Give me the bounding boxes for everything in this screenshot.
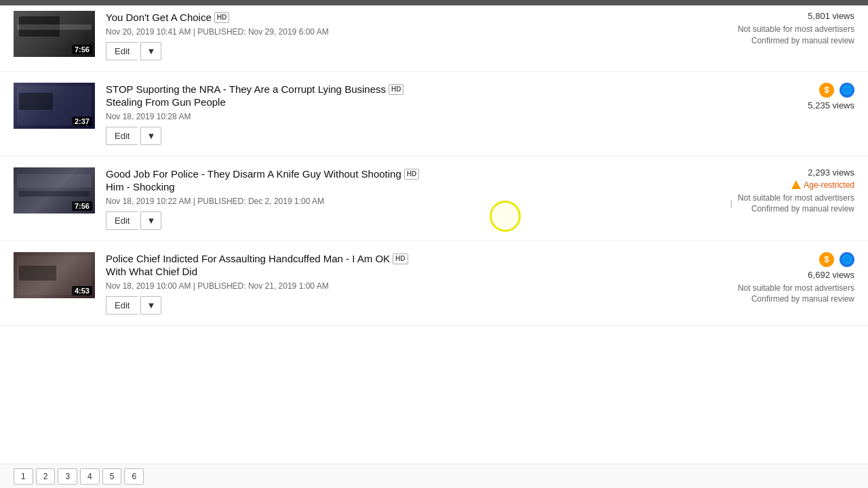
- video-actions: Edit ▼: [106, 127, 705, 145]
- top-bar: [0, 0, 868, 5]
- upload-date: Nov 18, 2019 10:22 AM: [106, 197, 191, 206]
- pagination-bar: 1 2 3 4 5 6: [0, 464, 868, 488]
- dropdown-button[interactable]: ▼: [140, 211, 161, 230]
- dropdown-button[interactable]: ▼: [140, 127, 161, 145]
- status-line2: Confirmed by manual review: [738, 203, 854, 215]
- upload-date: Nov 20, 2019 10:41 AM: [106, 27, 191, 37]
- page-button-4[interactable]: 4: [80, 468, 100, 485]
- duration-badge: 4:53: [72, 286, 92, 296]
- video-meta: Nov 20, 2019 10:41 AM | PUBLISHED: Nov 2…: [106, 27, 705, 37]
- video-info: STOP Suporting the NRA - They Are a Corr…: [106, 83, 705, 145]
- hd-badge: HD: [214, 12, 229, 23]
- upload-date: Nov 18, 2019 10:00 AM: [106, 281, 191, 291]
- status-line1: Not suitable for most advertisers: [719, 24, 854, 35]
- video-info: Police Chief Indicted For Assaulting Han…: [106, 252, 705, 314]
- upload-date: Nov 18, 2019 10:28 AM: [106, 112, 191, 121]
- edit-button[interactable]: Edit: [106, 42, 138, 60]
- status-line2: Confirmed by manual review: [719, 293, 854, 305]
- thumbnail: 4:53: [14, 252, 95, 298]
- dropdown-button[interactable]: ▼: [140, 296, 161, 314]
- video-actions: Edit ▼: [106, 211, 705, 230]
- age-restricted-badge: Age-restricted: [719, 180, 854, 190]
- page-button-5[interactable]: 5: [102, 468, 122, 485]
- video-actions: Edit ▼: [106, 296, 705, 314]
- video-stats: $ 🌐 6,692 views Not suitable for most ad…: [705, 252, 854, 306]
- dollar-icon: $: [819, 252, 834, 267]
- edit-button[interactable]: Edit: [106, 127, 138, 145]
- page-button-6[interactable]: 6: [124, 468, 144, 485]
- video-stats: 2,293 views Age-restricted | Not suitabl…: [705, 167, 854, 217]
- views-count: 2,293 views: [719, 167, 854, 178]
- video-title: Good Job For Police - They Disarm A Knif…: [106, 167, 401, 194]
- video-meta: Nov 18, 2019 10:00 AM | PUBLISHED: Nov 2…: [106, 281, 705, 291]
- globe-icon: 🌐: [840, 252, 854, 267]
- globe-icon: 🌐: [840, 83, 854, 98]
- table-row: 7:56 Good Job For Police - They Disarm A…: [0, 157, 868, 241]
- stats-icons: $ 🌐: [719, 83, 854, 98]
- thumbnail: 2:37: [14, 83, 95, 129]
- views-count: 5,801 views: [719, 11, 854, 21]
- duration-badge: 2:37: [72, 117, 92, 126]
- video-title-line: Police Chief Indicted For Assaulting Han…: [106, 252, 705, 279]
- status-unsuitable: Not suitable for most advertisers Confir…: [719, 24, 854, 47]
- page-container: 7:56 You Don't Get A Choice HD Nov 20, 2…: [0, 0, 868, 488]
- video-stats: $ 🌐 5,235 views: [705, 83, 854, 113]
- status-unsuitable: Not suitable for most advertisers Confir…: [738, 192, 854, 216]
- thumbnail: 7:56: [14, 167, 95, 214]
- published-date: PUBLISHED: Nov 21, 2019 1:00 AM: [197, 281, 328, 291]
- separator-line: |: [730, 199, 732, 208]
- status-line1: Not suitable for most advertisers: [719, 283, 854, 294]
- videos-list: 7:56 You Don't Get A Choice HD Nov 20, 2…: [0, 5, 868, 326]
- hd-badge: HD: [389, 84, 403, 95]
- page-button-1[interactable]: 1: [14, 468, 33, 485]
- video-meta: Nov 18, 2019 10:22 AM | PUBLISHED: Dec 2…: [106, 197, 705, 206]
- hd-badge: HD: [393, 253, 408, 264]
- video-title-line: You Don't Get A Choice HD: [106, 11, 705, 24]
- status-line2: Confirmed by manual review: [719, 35, 854, 47]
- dropdown-button[interactable]: ▼: [140, 42, 161, 60]
- video-title-line: Good Job For Police - They Disarm A Knif…: [106, 167, 705, 194]
- thumbnail: 7:56: [14, 11, 95, 57]
- status-unsuitable: Not suitable for most advertisers Confir…: [719, 283, 854, 306]
- video-info: You Don't Get A Choice HD Nov 20, 2019 1…: [106, 11, 705, 60]
- table-row: 7:56 You Don't Get A Choice HD Nov 20, 2…: [0, 5, 868, 72]
- table-row: 2:37 STOP Suporting the NRA - They Are a…: [0, 72, 868, 157]
- views-count: 6,692 views: [719, 270, 854, 280]
- video-title-line: STOP Suporting the NRA - They Are a Corr…: [106, 83, 705, 109]
- published-date: PUBLISHED: Dec 2, 2019 1:00 AM: [197, 197, 324, 206]
- duration-badge: 7:56: [72, 201, 92, 211]
- video-title: STOP Suporting the NRA - They Are a Corr…: [106, 83, 386, 109]
- hd-badge: HD: [404, 169, 419, 180]
- video-stats: 5,801 views Not suitable for most advert…: [705, 11, 854, 47]
- dollar-icon: $: [819, 83, 834, 98]
- video-title: You Don't Get A Choice: [106, 11, 212, 24]
- age-restricted-label: Age-restricted: [804, 180, 854, 190]
- status-line1: Not suitable for most advertisers: [738, 192, 854, 204]
- page-button-2[interactable]: 2: [36, 468, 56, 485]
- video-info: Good Job For Police - They Disarm A Knif…: [106, 167, 705, 230]
- table-row: 4:53 Police Chief Indicted For Assaultin…: [0, 241, 868, 326]
- duration-badge: 7:56: [72, 45, 92, 54]
- views-count: 5,235 views: [719, 100, 854, 110]
- stats-icons: $ 🌐: [719, 252, 854, 267]
- edit-button[interactable]: Edit: [106, 211, 138, 230]
- video-title: Police Chief Indicted For Assaulting Han…: [106, 252, 390, 279]
- edit-button[interactable]: Edit: [106, 296, 138, 314]
- video-meta: Nov 18, 2019 10:28 AM: [106, 112, 705, 121]
- page-button-3[interactable]: 3: [58, 468, 77, 485]
- video-actions: Edit ▼: [106, 42, 705, 60]
- published-date: PUBLISHED: Nov 29, 2019 6:00 AM: [197, 27, 328, 37]
